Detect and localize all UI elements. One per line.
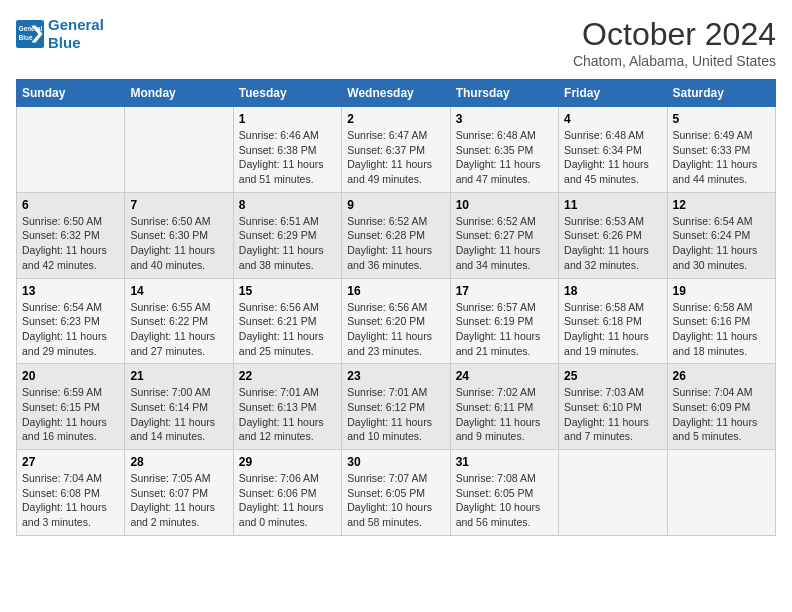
calendar-cell: 2Sunrise: 6:47 AM Sunset: 6:37 PM Daylig… xyxy=(342,107,450,193)
header-row: SundayMondayTuesdayWednesdayThursdayFrid… xyxy=(17,80,776,107)
calendar-cell: 22Sunrise: 7:01 AM Sunset: 6:13 PM Dayli… xyxy=(233,364,341,450)
day-detail: Sunrise: 7:08 AM Sunset: 6:05 PM Dayligh… xyxy=(456,471,553,530)
calendar-cell: 14Sunrise: 6:55 AM Sunset: 6:22 PM Dayli… xyxy=(125,278,233,364)
day-number: 29 xyxy=(239,455,336,469)
calendar-cell xyxy=(125,107,233,193)
day-number: 18 xyxy=(564,284,661,298)
day-detail: Sunrise: 6:48 AM Sunset: 6:35 PM Dayligh… xyxy=(456,128,553,187)
header-cell-tuesday: Tuesday xyxy=(233,80,341,107)
day-detail: Sunrise: 6:56 AM Sunset: 6:20 PM Dayligh… xyxy=(347,300,444,359)
calendar-cell: 21Sunrise: 7:00 AM Sunset: 6:14 PM Dayli… xyxy=(125,364,233,450)
logo-icon: General Blue xyxy=(16,20,44,48)
day-detail: Sunrise: 6:55 AM Sunset: 6:22 PM Dayligh… xyxy=(130,300,227,359)
calendar-cell: 4Sunrise: 6:48 AM Sunset: 6:34 PM Daylig… xyxy=(559,107,667,193)
day-detail: Sunrise: 6:46 AM Sunset: 6:38 PM Dayligh… xyxy=(239,128,336,187)
calendar-cell: 1Sunrise: 6:46 AM Sunset: 6:38 PM Daylig… xyxy=(233,107,341,193)
day-detail: Sunrise: 6:48 AM Sunset: 6:34 PM Dayligh… xyxy=(564,128,661,187)
day-detail: Sunrise: 7:04 AM Sunset: 6:09 PM Dayligh… xyxy=(673,385,770,444)
calendar-cell: 9Sunrise: 6:52 AM Sunset: 6:28 PM Daylig… xyxy=(342,192,450,278)
day-number: 20 xyxy=(22,369,119,383)
day-number: 28 xyxy=(130,455,227,469)
calendar-week-4: 20Sunrise: 6:59 AM Sunset: 6:15 PM Dayli… xyxy=(17,364,776,450)
calendar-cell: 13Sunrise: 6:54 AM Sunset: 6:23 PM Dayli… xyxy=(17,278,125,364)
header-cell-saturday: Saturday xyxy=(667,80,775,107)
calendar-cell: 18Sunrise: 6:58 AM Sunset: 6:18 PM Dayli… xyxy=(559,278,667,364)
calendar-cell: 20Sunrise: 6:59 AM Sunset: 6:15 PM Dayli… xyxy=(17,364,125,450)
title-block: October 2024 Chatom, Alabama, United Sta… xyxy=(573,16,776,69)
day-detail: Sunrise: 7:03 AM Sunset: 6:10 PM Dayligh… xyxy=(564,385,661,444)
day-detail: Sunrise: 7:01 AM Sunset: 6:12 PM Dayligh… xyxy=(347,385,444,444)
day-number: 7 xyxy=(130,198,227,212)
calendar-cell: 17Sunrise: 6:57 AM Sunset: 6:19 PM Dayli… xyxy=(450,278,558,364)
day-number: 2 xyxy=(347,112,444,126)
calendar-cell: 23Sunrise: 7:01 AM Sunset: 6:12 PM Dayli… xyxy=(342,364,450,450)
day-detail: Sunrise: 7:01 AM Sunset: 6:13 PM Dayligh… xyxy=(239,385,336,444)
calendar-cell: 27Sunrise: 7:04 AM Sunset: 6:08 PM Dayli… xyxy=(17,450,125,536)
day-detail: Sunrise: 6:58 AM Sunset: 6:16 PM Dayligh… xyxy=(673,300,770,359)
day-detail: Sunrise: 7:06 AM Sunset: 6:06 PM Dayligh… xyxy=(239,471,336,530)
day-number: 17 xyxy=(456,284,553,298)
day-number: 8 xyxy=(239,198,336,212)
day-detail: Sunrise: 7:05 AM Sunset: 6:07 PM Dayligh… xyxy=(130,471,227,530)
day-detail: Sunrise: 7:00 AM Sunset: 6:14 PM Dayligh… xyxy=(130,385,227,444)
day-detail: Sunrise: 6:47 AM Sunset: 6:37 PM Dayligh… xyxy=(347,128,444,187)
day-detail: Sunrise: 6:56 AM Sunset: 6:21 PM Dayligh… xyxy=(239,300,336,359)
page-header: General Blue General Blue October 2024 C… xyxy=(16,16,776,69)
calendar-cell: 11Sunrise: 6:53 AM Sunset: 6:26 PM Dayli… xyxy=(559,192,667,278)
day-number: 23 xyxy=(347,369,444,383)
calendar-week-1: 1Sunrise: 6:46 AM Sunset: 6:38 PM Daylig… xyxy=(17,107,776,193)
day-number: 19 xyxy=(673,284,770,298)
calendar-cell: 25Sunrise: 7:03 AM Sunset: 6:10 PM Dayli… xyxy=(559,364,667,450)
calendar-week-5: 27Sunrise: 7:04 AM Sunset: 6:08 PM Dayli… xyxy=(17,450,776,536)
calendar-cell: 28Sunrise: 7:05 AM Sunset: 6:07 PM Dayli… xyxy=(125,450,233,536)
day-number: 5 xyxy=(673,112,770,126)
day-detail: Sunrise: 6:50 AM Sunset: 6:32 PM Dayligh… xyxy=(22,214,119,273)
calendar-cell: 8Sunrise: 6:51 AM Sunset: 6:29 PM Daylig… xyxy=(233,192,341,278)
subtitle: Chatom, Alabama, United States xyxy=(573,53,776,69)
calendar-cell xyxy=(559,450,667,536)
day-number: 9 xyxy=(347,198,444,212)
day-number: 1 xyxy=(239,112,336,126)
calendar-week-2: 6Sunrise: 6:50 AM Sunset: 6:32 PM Daylig… xyxy=(17,192,776,278)
day-number: 24 xyxy=(456,369,553,383)
day-number: 16 xyxy=(347,284,444,298)
day-number: 10 xyxy=(456,198,553,212)
day-number: 11 xyxy=(564,198,661,212)
logo: General Blue General Blue xyxy=(16,16,104,52)
calendar-cell: 26Sunrise: 7:04 AM Sunset: 6:09 PM Dayli… xyxy=(667,364,775,450)
day-detail: Sunrise: 7:02 AM Sunset: 6:11 PM Dayligh… xyxy=(456,385,553,444)
day-detail: Sunrise: 6:51 AM Sunset: 6:29 PM Dayligh… xyxy=(239,214,336,273)
calendar-week-3: 13Sunrise: 6:54 AM Sunset: 6:23 PM Dayli… xyxy=(17,278,776,364)
day-number: 26 xyxy=(673,369,770,383)
logo-text: General Blue xyxy=(48,16,104,52)
svg-text:General: General xyxy=(19,25,43,32)
day-detail: Sunrise: 6:57 AM Sunset: 6:19 PM Dayligh… xyxy=(456,300,553,359)
day-number: 27 xyxy=(22,455,119,469)
calendar-cell: 30Sunrise: 7:07 AM Sunset: 6:05 PM Dayli… xyxy=(342,450,450,536)
day-detail: Sunrise: 7:07 AM Sunset: 6:05 PM Dayligh… xyxy=(347,471,444,530)
main-title: October 2024 xyxy=(573,16,776,53)
calendar-cell: 3Sunrise: 6:48 AM Sunset: 6:35 PM Daylig… xyxy=(450,107,558,193)
day-number: 15 xyxy=(239,284,336,298)
day-number: 22 xyxy=(239,369,336,383)
day-detail: Sunrise: 6:54 AM Sunset: 6:24 PM Dayligh… xyxy=(673,214,770,273)
day-number: 31 xyxy=(456,455,553,469)
calendar-cell xyxy=(667,450,775,536)
day-detail: Sunrise: 6:59 AM Sunset: 6:15 PM Dayligh… xyxy=(22,385,119,444)
calendar-cell: 16Sunrise: 6:56 AM Sunset: 6:20 PM Dayli… xyxy=(342,278,450,364)
header-cell-friday: Friday xyxy=(559,80,667,107)
calendar-cell: 24Sunrise: 7:02 AM Sunset: 6:11 PM Dayli… xyxy=(450,364,558,450)
calendar-table: SundayMondayTuesdayWednesdayThursdayFrid… xyxy=(16,79,776,536)
day-detail: Sunrise: 6:54 AM Sunset: 6:23 PM Dayligh… xyxy=(22,300,119,359)
header-cell-wednesday: Wednesday xyxy=(342,80,450,107)
header-cell-monday: Monday xyxy=(125,80,233,107)
day-detail: Sunrise: 7:04 AM Sunset: 6:08 PM Dayligh… xyxy=(22,471,119,530)
day-number: 4 xyxy=(564,112,661,126)
day-detail: Sunrise: 6:49 AM Sunset: 6:33 PM Dayligh… xyxy=(673,128,770,187)
day-number: 6 xyxy=(22,198,119,212)
calendar-cell: 6Sunrise: 6:50 AM Sunset: 6:32 PM Daylig… xyxy=(17,192,125,278)
header-cell-thursday: Thursday xyxy=(450,80,558,107)
day-number: 25 xyxy=(564,369,661,383)
calendar-cell: 31Sunrise: 7:08 AM Sunset: 6:05 PM Dayli… xyxy=(450,450,558,536)
day-detail: Sunrise: 6:58 AM Sunset: 6:18 PM Dayligh… xyxy=(564,300,661,359)
